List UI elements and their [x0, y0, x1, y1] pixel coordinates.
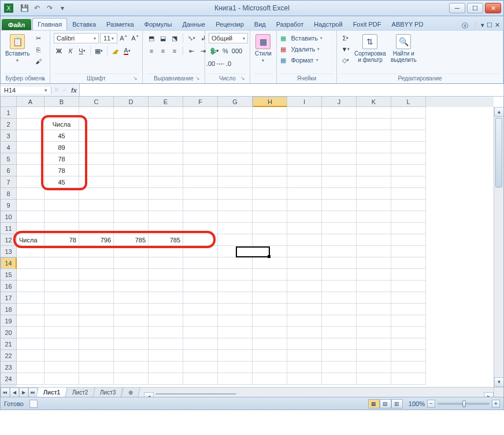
cell[interactable] — [149, 281, 183, 292]
cell[interactable] — [218, 223, 253, 234]
cell[interactable] — [357, 188, 391, 200]
cell[interactable] — [391, 292, 426, 304]
column-header[interactable]: G — [218, 97, 253, 107]
tab-формулы[interactable]: Формулы — [139, 18, 177, 30]
cell[interactable] — [218, 362, 253, 373]
cell[interactable] — [287, 304, 322, 315]
cell[interactable] — [149, 246, 183, 257]
cell[interactable] — [391, 269, 426, 281]
column-header[interactable]: C — [79, 97, 114, 107]
cell[interactable] — [17, 107, 45, 119]
cell[interactable] — [357, 269, 391, 281]
cell[interactable] — [322, 234, 357, 246]
cell[interactable] — [287, 153, 322, 165]
column-header[interactable]: H — [253, 97, 287, 107]
cell[interactable] — [357, 315, 391, 327]
decrease-font-icon[interactable]: A˅ — [130, 33, 140, 43]
cell[interactable] — [322, 176, 357, 188]
cell[interactable] — [218, 130, 253, 142]
cell[interactable] — [79, 130, 114, 142]
cell[interactable] — [114, 304, 149, 315]
cell[interactable] — [17, 304, 45, 315]
cell[interactable] — [183, 142, 218, 153]
hscroll-thumb[interactable] — [155, 393, 236, 395]
cell[interactable] — [114, 315, 149, 327]
cell[interactable] — [391, 130, 426, 142]
cell[interactable] — [114, 338, 149, 350]
cell[interactable] — [253, 142, 287, 153]
cell[interactable] — [253, 119, 287, 130]
cell[interactable] — [79, 246, 114, 257]
cell[interactable] — [218, 350, 253, 362]
cell[interactable] — [322, 119, 357, 130]
tab-разработ[interactable]: Разработ — [271, 18, 309, 30]
cell[interactable] — [357, 246, 391, 257]
cell[interactable] — [45, 107, 79, 119]
cell[interactable] — [391, 338, 426, 350]
cell[interactable] — [114, 350, 149, 362]
cell[interactable] — [322, 269, 357, 281]
cell[interactable] — [149, 315, 183, 327]
cell[interactable] — [149, 269, 183, 281]
zoom-out-button[interactable]: − — [427, 400, 435, 408]
tab-данные[interactable]: Данные — [177, 18, 210, 30]
tab-надстрой[interactable]: Надстрой — [309, 18, 347, 30]
cell[interactable] — [149, 350, 183, 362]
cell[interactable] — [79, 362, 114, 373]
cell[interactable] — [183, 153, 218, 165]
percent-icon[interactable]: % — [220, 46, 231, 56]
cell[interactable] — [391, 315, 426, 327]
cell[interactable] — [183, 188, 218, 200]
cell[interactable] — [183, 107, 218, 119]
cell[interactable] — [322, 130, 357, 142]
cell[interactable] — [391, 234, 426, 246]
cell[interactable] — [218, 338, 253, 350]
cell[interactable] — [183, 281, 218, 292]
align-center-icon[interactable]: ≡ — [158, 46, 168, 56]
cell[interactable] — [322, 142, 357, 153]
cell[interactable] — [322, 281, 357, 292]
cell[interactable] — [218, 257, 253, 269]
cell[interactable] — [149, 107, 183, 119]
tab-abbyy pd[interactable]: ABBYY PD — [387, 18, 429, 30]
cell[interactable] — [357, 223, 391, 234]
cell[interactable] — [17, 292, 45, 304]
cell[interactable]: 785 — [149, 234, 183, 246]
cell[interactable] — [287, 315, 322, 327]
cell[interactable]: 45 — [45, 130, 79, 142]
cell[interactable] — [79, 373, 114, 385]
fx-enter-icon[interactable]: ✓ — [62, 86, 68, 94]
row-header[interactable]: 17 — [1, 292, 17, 304]
decrease-decimal-icon[interactable]: ←.0 — [220, 58, 231, 69]
cell[interactable] — [218, 165, 253, 176]
view-normal-icon[interactable]: ▦ — [368, 399, 380, 408]
column-header[interactable]: I — [287, 97, 322, 107]
row-header[interactable]: 8 — [1, 188, 17, 200]
cell[interactable] — [322, 350, 357, 362]
cell[interactable] — [79, 292, 114, 304]
cell[interactable] — [45, 211, 79, 223]
cell[interactable] — [45, 246, 79, 257]
cell[interactable] — [114, 327, 149, 338]
cell[interactable] — [357, 165, 391, 176]
cell[interactable] — [114, 165, 149, 176]
cell[interactable] — [391, 142, 426, 153]
cell[interactable] — [149, 176, 183, 188]
cell[interactable] — [45, 257, 79, 269]
cell[interactable] — [149, 292, 183, 304]
row-header[interactable]: 14 — [1, 257, 17, 269]
window-restore-icon[interactable]: ☐ — [487, 21, 492, 30]
cell[interactable] — [45, 304, 79, 315]
cell[interactable] — [149, 130, 183, 142]
cell[interactable] — [357, 200, 391, 211]
row-header[interactable]: 6 — [1, 165, 17, 176]
cell[interactable] — [17, 338, 45, 350]
underline-button[interactable]: Ч▾ — [77, 46, 87, 56]
cell[interactable] — [322, 211, 357, 223]
cell[interactable] — [391, 350, 426, 362]
cell[interactable] — [114, 200, 149, 211]
column-header[interactable]: K — [357, 97, 391, 107]
cell[interactable] — [79, 200, 114, 211]
cell[interactable] — [357, 130, 391, 142]
cell[interactable] — [391, 119, 426, 130]
